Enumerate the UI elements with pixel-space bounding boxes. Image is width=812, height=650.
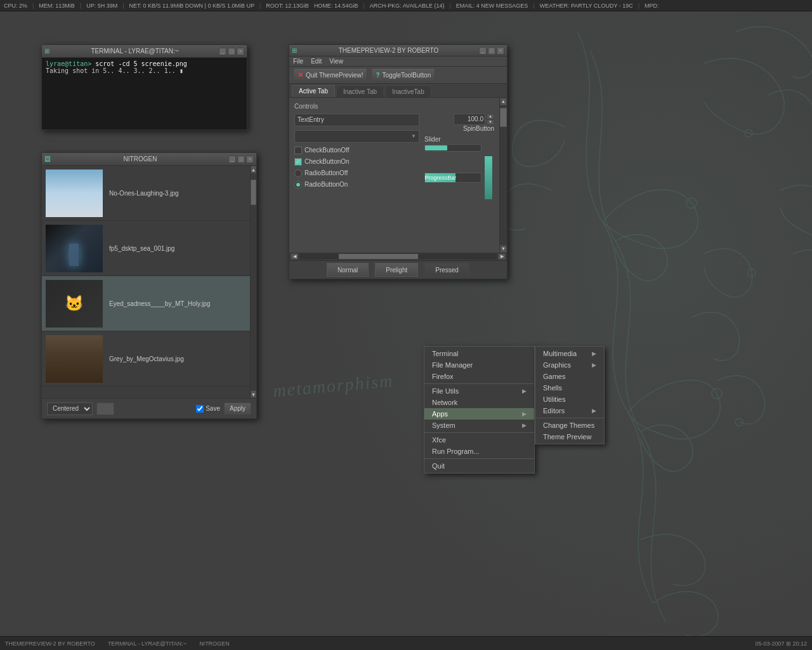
theme-hscroll-track[interactable] — [299, 254, 497, 259]
submenu-change-themes[interactable]: Change Themes — [535, 420, 604, 431]
menu-system-label: System — [432, 421, 455, 429]
theme-tabs: Active Tab Inactive Tab InactiveTab — [289, 84, 507, 98]
theme-minimize-btn[interactable]: _ — [479, 47, 487, 55]
submenu-multimedia[interactable]: Multimedia ▶ — [535, 348, 604, 359]
nitrogen-close-btn[interactable]: × — [246, 156, 254, 163]
tab-inactive-2[interactable]: InactiveTab — [385, 86, 431, 97]
menu-quit[interactable]: Quit — [424, 460, 534, 472]
quit-x-icon: ✕ — [298, 71, 303, 79]
nitrogen-save-check[interactable]: Save — [196, 405, 220, 413]
nitrogen-mode-select[interactable]: Centered — [47, 402, 93, 415]
submenu-games-label: Games — [543, 373, 565, 380]
nitrogen-item-4[interactable]: Grey_by_MegOctavius.jpg — [42, 331, 256, 387]
menu-apps-label: Apps — [432, 410, 448, 418]
submenu-editors-arrow: ▶ — [592, 408, 596, 414]
submenu-graphics[interactable]: Graphics ▶ — [535, 359, 604, 371]
nitrogen-apply-btn[interactable]: Apply — [224, 402, 251, 415]
menu-xfce[interactable]: Xfce — [424, 434, 534, 446]
radio-on-btn[interactable] — [294, 181, 302, 189]
text-entry-input[interactable] — [294, 114, 419, 126]
submenu-shells[interactable]: Shells — [535, 382, 604, 394]
normal-btn[interactable]: Normal — [327, 263, 369, 277]
menu-file-utils[interactable]: File Utils ▶ — [424, 385, 534, 397]
terminal-maximize-btn[interactable]: □ — [228, 48, 235, 55]
theme-scroll-up[interactable]: ▲ — [500, 98, 507, 105]
check-on-row[interactable]: ✓ CheckButtonOn — [294, 158, 419, 166]
nitrogen-window: 🖼 NITROGEN _ □ × No-Ones-Laughing-3.jpg … — [41, 152, 257, 419]
radio-on-row[interactable]: RadioButtonOn — [294, 181, 419, 189]
nitrogen-minimize-btn[interactable]: _ — [228, 156, 236, 163]
spin-input[interactable] — [454, 114, 485, 125]
taskbar-nitrogen-item[interactable]: NITROGEN — [199, 640, 230, 647]
theme-scroll-down[interactable]: ▼ — [500, 245, 507, 253]
menu-file-manager[interactable]: File Manager — [424, 359, 534, 371]
taskbar-terminal-item[interactable]: TERMINAL - LYRAE@TITAN:~ — [108, 640, 187, 647]
theme-scroll-thumb[interactable] — [500, 108, 507, 127]
spin-down-arrow[interactable]: ▼ — [487, 119, 494, 125]
slider-track[interactable] — [424, 144, 481, 152]
pressed-btn[interactable]: Pressed — [424, 263, 469, 277]
spin-label: SpinButton — [463, 125, 494, 132]
prelight-btn[interactable]: Prelight — [375, 263, 418, 277]
submenu-theme-preview[interactable]: Theme Preview — [535, 431, 604, 442]
nitrogen-thumb-2 — [46, 225, 103, 272]
check-off-row[interactable]: CheckButtonOff — [294, 147, 419, 154]
menu-network[interactable]: Network — [424, 397, 534, 408]
theme-toggle-btn[interactable]: ? ToggleToolButton — [371, 68, 435, 82]
slider-container: Slider — [424, 136, 494, 152]
theme-hscroll-left[interactable]: ◀ — [291, 253, 298, 260]
nitrogen-item-1[interactable]: No-Ones-Laughing-3.jpg — [42, 166, 256, 221]
menu-system[interactable]: System ▶ — [424, 420, 534, 431]
menu-run-program[interactable]: Run Program... — [424, 446, 534, 457]
menu-terminal[interactable]: Terminal — [424, 348, 534, 359]
menu-sep-2 — [424, 432, 534, 433]
theme-hscrollbar[interactable]: ◀ ▶ — [289, 253, 507, 261]
nitrogen-color-box[interactable] — [96, 402, 114, 415]
menu-edit[interactable]: Edit — [311, 58, 322, 65]
tab-active[interactable]: Active Tab — [292, 85, 335, 97]
theme-hscroll-thumb[interactable] — [339, 254, 417, 259]
submenu-graphics-arrow: ▶ — [592, 362, 596, 368]
theme-bottom-bar: Normal Prelight Pressed — [289, 260, 507, 279]
nitrogen-scroll-thumb[interactable] — [251, 180, 256, 205]
submenu-editors[interactable]: Editors ▶ — [535, 405, 604, 416]
theme-hscroll-right[interactable]: ▶ — [498, 253, 506, 260]
radio-off-row[interactable]: RadioButtonOff — [294, 169, 419, 177]
context-menu: Terminal File Manager Firefox File Utils… — [424, 346, 535, 474]
nitrogen-save-label: Save — [206, 405, 220, 412]
taskbar-theme-item[interactable]: THEMEPREVIEW-2 BY ROBERTO — [5, 640, 95, 647]
nitrogen-scrollbar[interactable]: ▲ ▼ — [250, 166, 256, 398]
theme-close-btn[interactable]: × — [497, 47, 504, 55]
theme-maximize-btn[interactable]: □ — [488, 47, 495, 55]
nitrogen-scroll-down[interactable]: ▼ — [251, 390, 256, 398]
terminal-minimize-btn[interactable]: _ — [219, 48, 226, 55]
theme-titlebar[interactable]: ⊞ THEMEPREVIEW-2 BY ROBERTO _ □ × — [289, 45, 507, 56]
menu-run-program-label: Run Program... — [432, 448, 480, 455]
check-on-box[interactable]: ✓ — [294, 158, 302, 166]
terminal-close-btn[interactable]: × — [237, 48, 244, 55]
theme-quit-btn[interactable]: ✕ Quit ThemePreview! — [293, 68, 367, 82]
nitrogen-list[interactable]: No-Ones-Laughing-3.jpg fp5_dsktp_sea_001… — [42, 166, 256, 398]
taskbar-email: EMAIL: 4 NEW MESSAGES — [456, 3, 528, 9]
tab-inactive-1[interactable]: Inactive Tab — [336, 86, 384, 97]
nitrogen-body: No-Ones-Laughing-3.jpg fp5_dsktp_sea_001… — [42, 166, 256, 418]
menu-view[interactable]: View — [329, 58, 343, 65]
menu-firefox[interactable]: Firefox — [424, 371, 534, 382]
terminal-titlebar[interactable]: ⊞ TERMINAL - LYRAE@TITAN:~ _ □ × — [42, 45, 247, 58]
submenu-games[interactable]: Games — [535, 371, 604, 382]
spin-up-arrow[interactable]: ▲ — [487, 114, 494, 119]
combo-box[interactable]: ▼ — [294, 130, 419, 143]
submenu-utilities[interactable]: Utilities — [535, 394, 604, 405]
nitrogen-save-checkbox[interactable] — [196, 405, 204, 413]
nitrogen-titlebar[interactable]: 🖼 NITROGEN _ □ × — [42, 153, 256, 166]
radio-off-btn[interactable] — [294, 169, 302, 177]
theme-vscrollbar[interactable]: ▲ ▼ — [499, 98, 507, 253]
menu-file[interactable]: File — [293, 58, 303, 65]
combo-arrow-icon: ▼ — [411, 133, 416, 139]
nitrogen-maximize-btn[interactable]: □ — [237, 156, 245, 163]
menu-apps[interactable]: Apps ▶ — [424, 408, 534, 420]
nitrogen-item-3[interactable]: 🐱 Eyed_sadness____by_MT_Holy.jpg — [42, 276, 256, 331]
check-off-box[interactable] — [294, 147, 302, 154]
nitrogen-scroll-up[interactable]: ▲ — [251, 166, 256, 173]
nitrogen-item-2[interactable]: fp5_dsktp_sea_001.jpg — [42, 221, 256, 276]
